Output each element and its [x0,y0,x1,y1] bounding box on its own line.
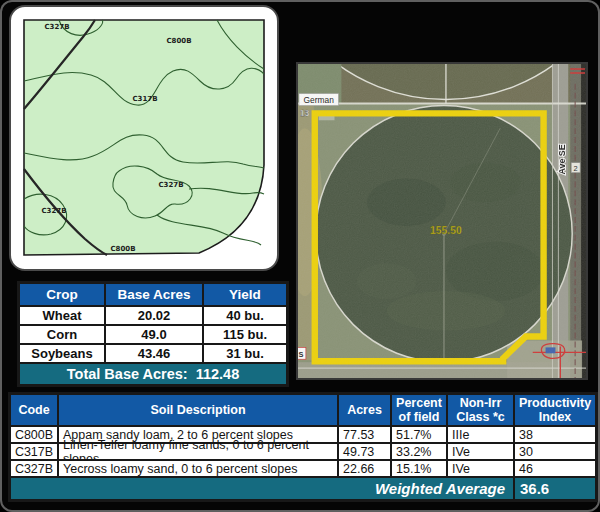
crop-yield: 115 bu. [204,326,286,343]
crop-name: Wheat [20,307,104,324]
soil-table-header-percent: Percent of field [392,395,446,425]
crop-yield: 40 bu. [204,307,286,324]
aerial-photo: German 13 155.50 Ave SE 2 S [298,64,586,378]
soil-description: Lihen-Telfer loamy fine sands, 0 to 6 pe… [59,444,337,459]
crop-table-header-yield: Yield [204,284,286,305]
soil-code-label: C800B [166,37,191,45]
soil-table-header-nonirr-class: Non-Irr Class *c [448,395,513,425]
crop-table-header-crop: Crop [20,284,104,305]
weighted-average-value: 36.6 [515,478,595,499]
weighted-average-label: Weighted Average [11,478,513,499]
crop-base-acres: 43.46 [106,345,202,362]
crop-base-acres-table: Crop Base Acres Yield Wheat 20.02 40 bu.… [17,281,289,387]
crop-yield: 31 bu. [204,345,286,362]
soil-nonirr-class: IVe [448,461,513,476]
soil-table-header-productivity: Productivity Index [515,395,595,425]
soil-percent: 33.2% [392,444,446,459]
crop-base-acres: 20.02 [106,307,202,324]
soil-code: C317B [11,444,57,459]
soil-productivity-index: 38 [515,427,595,442]
crop-name: Soybeans [20,345,104,362]
crop-name: Corn [20,326,104,343]
soil-description: Yecross loamy sand, 0 to 6 percent slope… [59,461,337,476]
soil-percent: 15.1% [392,461,446,476]
soil-nonirr-class: IIIe [448,427,513,442]
crop-table-total-row: Total Base Acres: 112.48 [20,364,286,384]
soil-table-header-description: Soil Description [59,395,337,425]
soil-table-header-code: Code [11,395,57,425]
soil-code: C327B [11,461,57,476]
aerial-photo-panel: German 13 155.50 Ave SE 2 S [296,62,588,380]
soil-code-label: C317B [132,95,157,103]
soil-table-header-acres: Acres [339,395,390,425]
crop-table-header-base-acres: Base Acres [106,284,202,305]
soil-description-table: Code Soil Description Acres Percent of f… [8,392,598,502]
soil-map-image: C327B C800B C317B C327B C327B C800B [21,17,267,259]
photo-grain-overlay [298,64,586,378]
soil-code-label: C327B [44,23,69,31]
soil-code-label: C800B [110,245,135,253]
report-page: C327B C800B C317B C327B C327B C800B [0,0,600,512]
soil-acres: 77.53 [339,427,390,442]
field-boundary [24,20,264,255]
soil-code-label: C327B [158,181,183,189]
soil-productivity-index: 46 [515,461,595,476]
soil-acres: 49.73 [339,444,390,459]
total-base-acres-label: Total Base Acres: [67,366,188,382]
total-base-acres-value: 112.48 [196,366,240,382]
soil-code-label: C327B [41,207,66,215]
soil-productivity-index: 30 [515,444,595,459]
soil-acres: 22.66 [339,461,390,476]
soil-percent: 51.7% [392,427,446,442]
crop-base-acres: 49.0 [106,326,202,343]
soil-code: C800B [11,427,57,442]
soil-map-panel: C327B C800B C317B C327B C327B C800B [9,5,279,271]
soil-nonirr-class: IVe [448,444,513,459]
